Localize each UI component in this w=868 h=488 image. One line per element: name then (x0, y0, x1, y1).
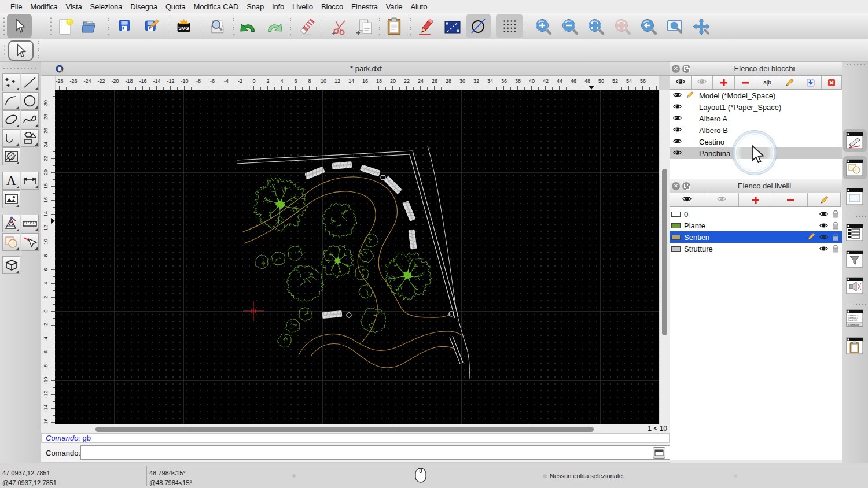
svg-text:Coord 10,1: Coord 10,1 (848, 319, 857, 321)
svg-text:a|b: a|b (763, 79, 771, 86)
svg-text:SVG: SVG (178, 25, 189, 31)
svg-text:c command: c command (848, 324, 859, 326)
svg-text:A: A (6, 173, 17, 188)
